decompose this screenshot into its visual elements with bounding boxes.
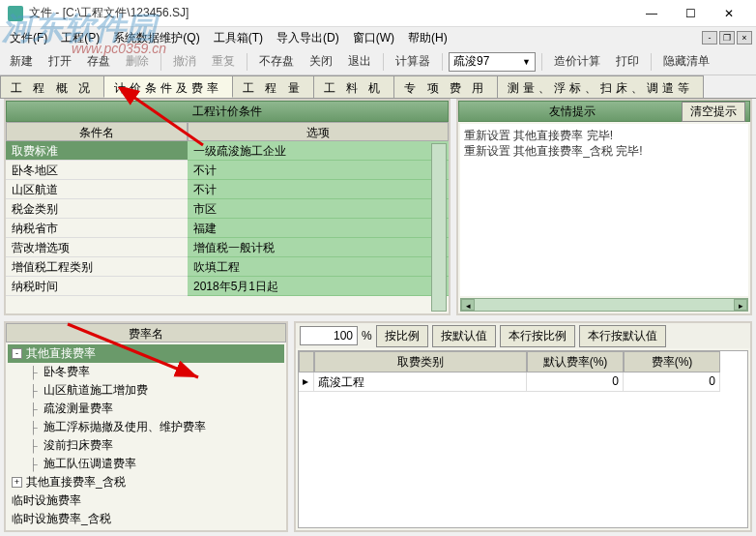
condition-row[interactable]: 纳税时间2018年5月1日起 [6,277,449,296]
tb-delete[interactable]: 删除 [120,51,155,72]
tree-node[interactable]: 临时设施费率_含税 [8,510,284,528]
tree-toggle-icon[interactable]: - [12,348,22,359]
tb-cost-calc[interactable]: 造价计算 [548,51,606,72]
tree-node[interactable]: +其他直接费率_含税 [8,473,284,491]
tb-hide-list[interactable]: 隐藏清单 [657,51,715,72]
tb-calculator[interactable]: 计算器 [390,51,436,72]
maximize-button[interactable]: ☐ [671,0,710,27]
menu-help[interactable]: 帮助(H) [402,28,453,48]
cond-name: 营改增选项 [6,238,188,257]
btn-row-by-default[interactable]: 本行按默认值 [579,325,666,347]
tree-node[interactable]: ├疏浚测量费率 [8,400,284,418]
tree-node[interactable]: 临时设施费率 [8,491,284,510]
window-title: 文件 - [C:\工程文件\123456.SJ] [29,5,632,21]
cond-name: 山区航道 [6,180,188,199]
menu-bar: 文件(F) 工程(P) 系统数据维护(Q) 工具箱(T) 导入导出(D) 窗口(… [0,27,756,48]
tree-node[interactable]: ├浚前扫床费率 [8,436,284,455]
grid-col-rate[interactable]: 费率(%) [624,351,720,372]
grid-col-category[interactable]: 取费类别 [314,351,527,372]
mdi-minimize[interactable]: - [702,31,717,45]
menu-import-export[interactable]: 导入导出(D) [271,28,345,48]
tree-label: 临时设施费率 [12,492,81,509]
title-bar: 文件 - [C:\工程文件\123456.SJ] — ☐ ✕ [0,0,756,27]
grid-col-default-rate[interactable]: 默认费率(%) [527,351,624,372]
tb-new[interactable]: 新建 [4,51,39,72]
tb-print[interactable]: 打印 [610,51,645,72]
tips-h-scrollbar[interactable]: ◂ ▸ [460,298,748,312]
tb-nosave[interactable]: 不存盘 [253,51,300,72]
tb-redo[interactable]: 重复 [206,51,241,72]
clear-tips-button[interactable]: 清空提示 [682,102,745,122]
tab-survey-etc[interactable]: 测量、浮标、扫床、调遣等 [497,75,704,98]
rates-tree-title: 费率名 [6,323,286,342]
tab-special-fees[interactable]: 专 项 费 用 [393,75,498,98]
main-toolbar: 新建 打开 存盘 删除 撤消 重复 不存盘 关闭 退出 计算器 疏浚97 ▼ 造… [0,48,756,75]
tab-pricing-conditions[interactable]: 计价条件及费率 [103,75,233,98]
tree-label: 卧冬费率 [44,364,90,380]
btn-row-by-ratio[interactable]: 本行按比例 [500,325,575,347]
rate-pct-input[interactable] [300,326,358,345]
mdi-restore[interactable]: ❐ [719,31,735,45]
tab-overview[interactable]: 工 程 概 况 [0,75,104,98]
tips-body: 重新设置 其他直接费率 完毕! 重新设置 其他直接费率_含税 完毕! [460,124,748,296]
tb-norm-combo[interactable]: 疏浚97 ▼ [449,52,536,72]
menu-project[interactable]: 工程(P) [55,28,105,48]
tab-material[interactable]: 工 料 机 [313,75,395,98]
tab-qty[interactable]: 工 程 量 [232,75,314,98]
tb-undo[interactable]: 撤消 [167,51,202,72]
btn-by-default[interactable]: 按默认值 [432,325,496,347]
menu-file[interactable]: 文件(F) [4,28,53,48]
btn-by-ratio[interactable]: 按比例 [376,325,428,347]
cond-value[interactable]: 市区 [188,199,449,219]
cond-value[interactable]: 增值税一般计税 [188,238,449,257]
condition-row[interactable]: 增值税工程类别吹填工程 [6,257,449,277]
tb-open[interactable]: 打开 [43,51,77,72]
cond-value[interactable]: 吹填工程 [188,257,449,277]
tree-node[interactable]: ├卧冬费率 [8,363,284,381]
tree-node[interactable]: -其他直接费率 [8,344,284,363]
condition-row[interactable]: 山区航道不计 [6,180,449,199]
mdi-close[interactable]: × [737,31,752,45]
conditions-scrollbar[interactable] [431,143,447,312]
scroll-left-icon[interactable]: ◂ [461,299,475,311]
cond-value[interactable]: 福建 [188,219,449,238]
main-tabs: 工 程 概 况 计价条件及费率 工 程 量 工 料 机 专 项 费 用 测量、浮… [0,75,756,99]
tree-node[interactable]: ├施工浮标抛撤及使用、维护费率 [8,418,284,436]
condition-row[interactable]: 营改增选项增值税一般计税 [6,238,449,257]
cell-rate[interactable]: 0 [624,372,720,392]
conditions-title: 工程计价条件 [6,101,449,122]
grid-marker-col [299,351,314,372]
cell-category[interactable]: 疏浚工程 [314,372,527,392]
tb-exit[interactable]: 退出 [342,51,377,72]
tip-line: 重新设置 其他直接费率 完毕! [464,128,744,143]
rate-grid: 取费类别 默认费率(%) 费率(%) ▸ 疏浚工程 0 0 [298,350,748,528]
cond-name: 取费标准 [6,141,188,161]
conditions-panel: 工程计价条件 条件名 选项 取费标准一级疏浚施工企业卧冬地区不计山区航道不计税金… [4,99,451,315]
condition-row[interactable]: 取费标准一级疏浚施工企业 [6,141,449,161]
condition-row[interactable]: 纳税省市福建 [6,219,449,238]
tb-close[interactable]: 关闭 [304,51,338,72]
condition-row[interactable]: 税金类别市区 [6,199,449,219]
menu-toolbox[interactable]: 工具箱(T) [208,28,269,48]
tb-save[interactable]: 存盘 [81,51,116,72]
pct-label: % [362,329,372,342]
tree-node[interactable]: ├施工队伍调遣费率 [8,455,284,473]
menu-window[interactable]: 窗口(W) [347,28,400,48]
cond-name: 增值税工程类别 [6,257,188,277]
cond-value[interactable]: 2018年5月1日起 [188,277,449,296]
cell-default-rate[interactable]: 0 [527,372,624,392]
minimize-button[interactable]: — [632,0,671,27]
condition-row[interactable]: 卧冬地区不计 [6,161,449,180]
combo-value: 疏浚97 [453,53,489,70]
menu-sysdata[interactable]: 系统数据维护(Q) [107,28,205,48]
cond-value[interactable]: 不计 [188,161,449,180]
cond-value[interactable]: 不计 [188,180,449,199]
tree-toggle-icon[interactable]: + [12,477,22,488]
table-row[interactable]: ▸ 疏浚工程 0 0 [299,372,747,392]
cond-name: 纳税省市 [6,219,188,238]
conditions-body: 取费标准一级疏浚施工企业卧冬地区不计山区航道不计税金类别市区纳税省市福建营改增选… [6,141,449,296]
close-button[interactable]: ✕ [710,0,748,27]
scroll-right-icon[interactable]: ▸ [734,299,747,311]
cond-value[interactable]: 一级疏浚施工企业 [188,141,449,161]
tree-node[interactable]: ├山区航道施工增加费 [8,381,284,400]
